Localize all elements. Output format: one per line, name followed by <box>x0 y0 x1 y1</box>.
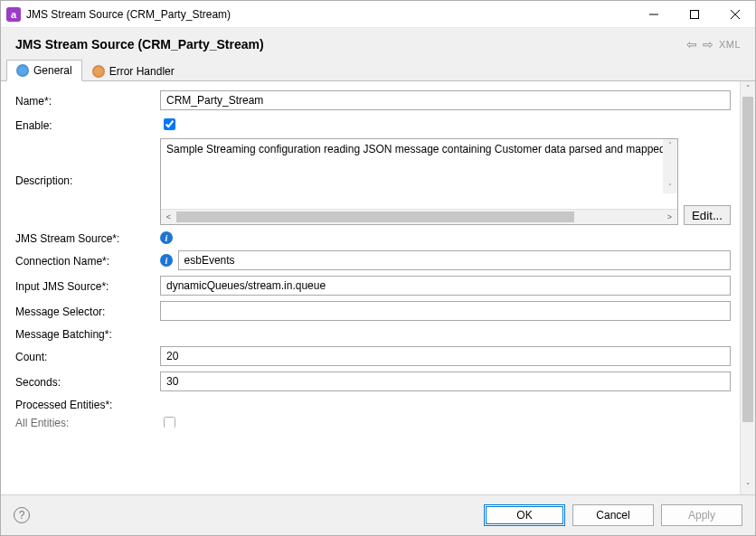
description-vscroll[interactable]: ˄ ˅ <box>663 139 677 193</box>
label-all-entities: All Entities: <box>15 417 160 428</box>
label-message-selector: Message Selector: <box>15 304 160 318</box>
header: JMS Stream Source (CRM_Party_Stream) ⇦ ⇨… <box>1 28 755 59</box>
row-count: Count: <box>15 346 736 366</box>
nav-back-icon[interactable]: ⇦ <box>686 37 697 52</box>
row-processed-entities: Processed Entities*: <box>15 397 736 411</box>
edit-description-button[interactable]: Edit... <box>684 205 731 225</box>
scroll-up-icon[interactable]: ˄ <box>663 139 677 152</box>
row-name: Name*: <box>15 90 736 110</box>
label-name: Name*: <box>15 93 160 108</box>
row-seconds: Seconds: <box>15 371 736 391</box>
dialog-window: a JMS Stream Source (CRM_Party_Stream) J… <box>0 0 756 536</box>
row-enable: Enable: <box>15 116 736 133</box>
maximize-icon <box>690 10 699 19</box>
row-description: Description: Sample Streaming configurat… <box>15 138 736 225</box>
scroll-down-icon[interactable]: ˅ <box>741 479 755 494</box>
input-jms-source-input[interactable] <box>160 276 731 296</box>
minimize-button[interactable] <box>633 1 674 27</box>
row-all-entities: All Entities: <box>15 417 736 428</box>
cancel-button[interactable]: Cancel <box>572 504 654 526</box>
row-message-batching: Message Batching*: <box>15 326 736 341</box>
tab-error-handler[interactable]: Error Handler <box>82 60 184 81</box>
vscroll-thumb[interactable] <box>742 97 753 422</box>
scroll-right-icon[interactable]: > <box>662 212 677 221</box>
apply-button[interactable]: Apply <box>661 504 742 526</box>
name-input[interactable] <box>160 90 731 110</box>
label-input-jms-source: Input JMS Source*: <box>15 278 160 293</box>
close-icon <box>731 10 740 19</box>
form-area: Name*: Enable: Description: Sample Strea… <box>1 81 755 494</box>
label-processed-entities: Processed Entities*: <box>15 397 160 411</box>
row-input-jms-source: Input JMS Source*: <box>15 276 736 296</box>
label-message-batching: Message Batching*: <box>15 326 160 341</box>
description-textarea[interactable]: Sample Streaming configuration reading J… <box>160 138 678 225</box>
description-text: Sample Streaming configuration reading J… <box>166 143 671 155</box>
help-button[interactable]: ? <box>14 507 30 523</box>
svg-rect-1 <box>690 10 698 18</box>
label-description: Description: <box>15 138 160 187</box>
general-tab-icon <box>16 64 29 77</box>
hscroll-thumb[interactable] <box>176 212 574 222</box>
description-hscroll[interactable]: < > <box>161 209 677 224</box>
maximize-button[interactable] <box>674 1 714 27</box>
window-controls <box>633 1 755 27</box>
ok-button[interactable]: OK <box>484 504 565 526</box>
all-entities-checkbox[interactable] <box>164 417 175 428</box>
minimize-icon <box>649 10 658 19</box>
nav-forward-icon[interactable]: ⇨ <box>703 37 713 52</box>
close-button[interactable] <box>714 1 755 27</box>
tab-general-label: General <box>33 64 72 77</box>
button-bar: ? OK Cancel Apply <box>1 494 755 535</box>
message-selector-input[interactable] <box>160 301 731 321</box>
row-jms-stream-source: JMS Stream Source*: i <box>15 230 736 245</box>
enable-checkbox[interactable] <box>164 118 175 130</box>
window-title: JMS Stream Source (CRM_Party_Stream) <box>26 8 633 21</box>
header-nav: ⇦ ⇨ XML <box>686 37 741 52</box>
label-jms-stream-source: JMS Stream Source*: <box>15 230 160 245</box>
info-icon[interactable]: i <box>160 231 173 244</box>
tab-bar: General Error Handler <box>1 59 755 81</box>
label-count: Count: <box>15 349 160 363</box>
info-icon[interactable]: i <box>160 254 173 267</box>
app-icon: a <box>6 7 21 22</box>
tab-error-handler-label: Error Handler <box>109 65 175 78</box>
header-title: JMS Stream Source (CRM_Party_Stream) <box>15 37 264 52</box>
scroll-up-icon[interactable]: ˄ <box>741 81 755 97</box>
row-connection-name: Connection Name*: i <box>15 250 736 270</box>
help-icon: ? <box>19 509 25 522</box>
label-seconds: Seconds: <box>15 374 160 389</box>
titlebar: a JMS Stream Source (CRM_Party_Stream) <box>1 1 755 28</box>
seconds-input[interactable] <box>160 371 731 391</box>
label-enable: Enable: <box>15 118 160 132</box>
label-connection-name: Connection Name*: <box>15 253 160 268</box>
scroll-down-icon[interactable]: ˅ <box>663 181 677 193</box>
form-scrollbar[interactable]: ˄ ˅ <box>740 81 755 494</box>
error-handler-tab-icon <box>92 65 105 78</box>
scroll-left-icon[interactable]: < <box>161 212 176 221</box>
form-body: Name*: Enable: Description: Sample Strea… <box>1 81 740 494</box>
dialog-buttons: OK Cancel Apply <box>484 504 742 526</box>
xml-view-button[interactable]: XML <box>719 39 741 50</box>
tab-general[interactable]: General <box>6 60 82 81</box>
count-input[interactable] <box>160 346 731 366</box>
connection-name-input[interactable] <box>178 250 731 270</box>
row-message-selector: Message Selector: <box>15 301 736 321</box>
